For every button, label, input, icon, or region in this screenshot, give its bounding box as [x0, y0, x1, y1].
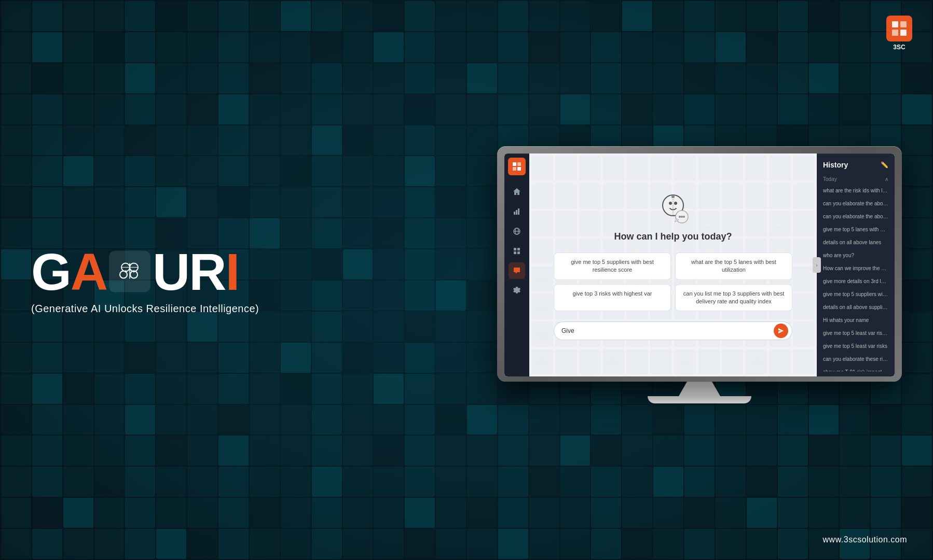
history-item-6[interactable]: How can we improve the overall sup — [817, 262, 895, 275]
svg-rect-0 — [892, 21, 898, 27]
logo-letter-u: U — [153, 246, 189, 298]
globe-icon — [513, 227, 521, 235]
history-items: what are the risk ids with lowest var ca… — [817, 184, 895, 371]
sidebar-item-globe[interactable] — [509, 223, 525, 240]
suggestion-card-3[interactable]: can you list me top 3 suppliers with bes… — [675, 284, 792, 312]
branding-section: G A U R I (Generative AI Unlocks Resilie… — [31, 246, 259, 315]
svg-rect-25 — [514, 251, 516, 254]
svg-rect-13 — [513, 162, 516, 166]
chat-area: const chatBg = document.querySelector('.… — [529, 153, 817, 376]
history-item-12[interactable]: give me top 5 least var risks — [817, 340, 895, 353]
history-item-5[interactable]: who are you? — [817, 249, 895, 262]
history-item-13[interactable]: can you elaborate these risks — [817, 353, 895, 366]
bot-avatar — [655, 190, 691, 226]
monitor-base — [648, 396, 751, 403]
svg-point-35 — [683, 216, 685, 218]
suggestion-grid: give me top 5 suppliers with best resili… — [554, 253, 792, 312]
history-title: History — [823, 161, 848, 169]
sidebar-item-settings[interactable] — [509, 282, 525, 299]
brand-logo-container: 3SC — [886, 16, 912, 51]
gear-icon — [513, 286, 521, 295]
logo-letter-i: I — [225, 246, 239, 298]
history-item-8[interactable]: give me top 5 suppliers with best re — [817, 288, 895, 301]
svg-rect-29 — [674, 202, 677, 205]
suggestion-card-2[interactable]: give top 3 risks with highest var — [554, 284, 671, 312]
brain-svg — [114, 256, 145, 287]
send-icon — [778, 328, 784, 334]
sidebar-item-grid[interactable] — [509, 243, 525, 259]
logo-letter-g: G — [31, 246, 71, 298]
history-item-11[interactable]: give me top 5 least var risk id — [817, 327, 895, 340]
brand-logo-box — [886, 16, 912, 41]
svg-rect-24 — [517, 248, 520, 250]
svg-rect-19 — [518, 208, 519, 215]
history-item-2[interactable]: can you elaborate the above 3 risks — [817, 210, 895, 223]
history-item-4[interactable]: details on all above lanes — [817, 236, 895, 249]
website-url: www.3scsolution.com — [823, 535, 907, 544]
brand-logo-icon — [890, 19, 909, 38]
svg-rect-28 — [669, 202, 672, 205]
suggestion-card-1[interactable]: what are the top 5 lanes with best utili… — [675, 253, 792, 280]
svg-rect-26 — [517, 251, 520, 254]
chat-input[interactable] — [554, 321, 792, 340]
logo-letter-r: R — [189, 246, 225, 298]
home-icon — [513, 188, 521, 196]
history-panel: History ✏️ Today ∧ what are the risk ids… — [817, 153, 895, 376]
monitor-screen: const chatBg = document.querySelector('.… — [504, 153, 895, 376]
brand-name: 3SC — [893, 44, 905, 51]
svg-rect-17 — [514, 212, 515, 215]
sidebar-item-chat[interactable] — [509, 262, 525, 279]
sidebar-item-chart[interactable] — [509, 203, 525, 220]
history-item-10[interactable]: Hi whats your name — [817, 314, 895, 327]
chat-input-container — [554, 321, 792, 340]
logo-text: G A U R I — [31, 246, 259, 298]
tagline: (Generative AI Unlocks Resilience Intell… — [31, 303, 259, 315]
svg-rect-16 — [517, 167, 521, 171]
sidebar-logo — [508, 158, 526, 175]
svg-rect-18 — [516, 210, 517, 215]
sidebar-logo-icon — [512, 161, 522, 172]
svg-point-10 — [129, 264, 131, 267]
svg-rect-15 — [513, 167, 516, 171]
monitor: const chatBg = document.querySelector('.… — [497, 146, 902, 403]
svg-rect-2 — [892, 30, 898, 36]
monitor-bezel: const chatBg = document.querySelector('.… — [497, 146, 902, 382]
chat-content: How can I help you today? give me top 5 … — [529, 153, 817, 376]
grid-icon — [513, 247, 521, 255]
svg-rect-3 — [900, 30, 907, 36]
svg-point-33 — [679, 216, 681, 218]
history-header: History ✏️ — [817, 159, 895, 174]
app-sidebar — [504, 153, 529, 376]
chat-greeting: How can I help you today? — [614, 231, 732, 242]
history-item-14[interactable]: show me T-01 risk impact — [817, 366, 895, 371]
svg-rect-14 — [517, 162, 521, 166]
history-item-1[interactable]: can you elaborate the above risks — [817, 197, 895, 210]
chart-icon — [513, 207, 521, 216]
history-item-3[interactable]: give me top 5 lanes with worst perf — [817, 223, 895, 236]
history-item-9[interactable]: details on all above suppliers — [817, 301, 895, 314]
sidebar-item-home[interactable] — [509, 184, 525, 200]
svg-point-12 — [133, 271, 135, 273]
history-item-0[interactable]: what are the risk ids with lowest var — [817, 184, 895, 197]
history-section-today: Today ∧ — [817, 174, 895, 184]
suggestion-card-0[interactable]: give me top 5 suppliers with best resili… — [554, 253, 671, 280]
chat-icon — [513, 267, 521, 275]
logo-letter-a: A — [71, 246, 107, 298]
svg-point-11 — [125, 271, 127, 273]
send-button[interactable] — [774, 324, 788, 338]
monitor-container: const chatBg = document.querySelector('.… — [466, 146, 933, 403]
svg-point-34 — [681, 216, 683, 218]
edit-icon[interactable]: ✏️ — [881, 161, 888, 169]
svg-rect-23 — [514, 248, 516, 250]
svg-rect-1 — [900, 21, 907, 27]
monitor-neck — [679, 382, 720, 396]
logo-brain-icon — [109, 251, 150, 292]
collapse-handle[interactable]: › — [813, 257, 821, 273]
history-item-7[interactable]: give more details on 3rd lane from c — [817, 275, 895, 288]
